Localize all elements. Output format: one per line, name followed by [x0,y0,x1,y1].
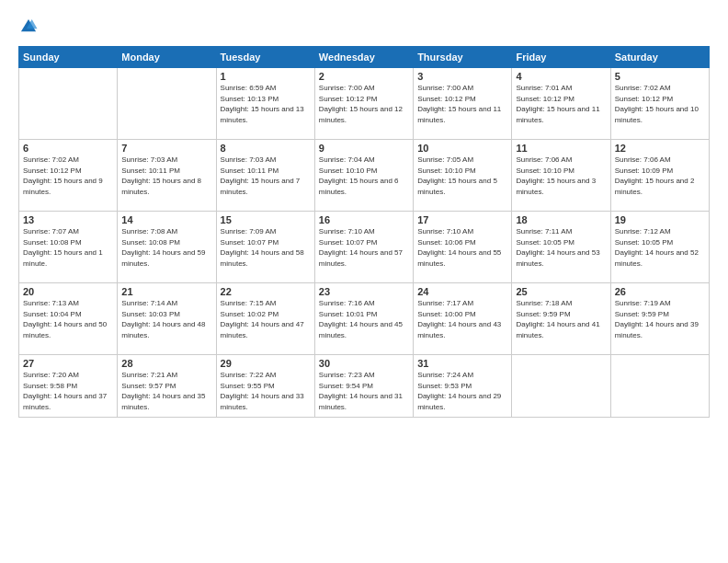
day-cell: 12Sunrise: 7:06 AMSunset: 10:09 PMDaylig… [610,140,709,212]
day-cell: 23Sunrise: 7:16 AMSunset: 10:01 PMDaylig… [314,283,413,355]
day-info: Sunrise: 7:18 AMSunset: 9:59 PMDaylight:… [516,298,606,340]
header-row: SundayMondayTuesdayWednesdayThursdayFrid… [19,47,710,68]
day-number: 13 [23,214,113,225]
day-info: Sunrise: 7:22 AMSunset: 9:55 PMDaylight:… [221,370,311,412]
day-number: 29 [221,358,311,369]
day-cell: 3Sunrise: 7:00 AMSunset: 10:12 PMDayligh… [414,68,512,140]
day-cell: 19Sunrise: 7:12 AMSunset: 10:05 PMDaylig… [610,212,709,283]
day-info: Sunrise: 7:09 AMSunset: 10:07 PMDaylight… [221,226,311,269]
calendar-table: SundayMondayTuesdayWednesdayThursdayFrid… [18,46,710,418]
day-number: 24 [417,286,507,297]
day-info: Sunrise: 7:01 AMSunset: 10:12 PMDaylight… [516,83,606,125]
day-number: 18 [516,214,606,225]
day-info: Sunrise: 7:03 AMSunset: 10:11 PMDaylight… [121,155,211,197]
day-cell: 18Sunrise: 7:11 AMSunset: 10:05 PMDaylig… [512,212,610,283]
day-cell: 29Sunrise: 7:22 AMSunset: 9:55 PMDayligh… [216,355,314,418]
day-cell: 14Sunrise: 7:08 AMSunset: 10:08 PMDaylig… [118,212,216,283]
day-cell: 6Sunrise: 7:02 AMSunset: 10:12 PMDayligh… [19,140,118,212]
day-number: 16 [319,214,409,225]
day-cell: 4Sunrise: 7:01 AMSunset: 10:12 PMDayligh… [512,68,610,140]
day-number: 7 [121,143,211,154]
day-info: Sunrise: 7:16 AMSunset: 10:01 PMDaylight… [319,298,409,340]
day-cell: 1Sunrise: 6:59 AMSunset: 10:13 PMDayligh… [216,68,314,140]
day-number: 12 [615,143,705,154]
day-number: 22 [221,286,311,297]
col-header-monday: Monday [118,47,216,68]
day-info: Sunrise: 7:07 AMSunset: 10:08 PMDaylight… [23,226,113,269]
day-info: Sunrise: 7:20 AMSunset: 9:58 PMDaylight:… [23,370,113,412]
day-number: 17 [417,214,507,225]
day-info: Sunrise: 7:21 AMSunset: 9:57 PMDaylight:… [121,370,211,412]
day-cell [118,68,216,140]
day-number: 20 [23,286,113,297]
day-cell: 5Sunrise: 7:02 AMSunset: 10:12 PMDayligh… [610,68,709,140]
day-info: Sunrise: 7:05 AMSunset: 10:10 PMDaylight… [417,155,507,197]
day-info: Sunrise: 7:19 AMSunset: 9:59 PMDaylight:… [615,298,705,340]
day-number: 26 [615,286,705,297]
day-number: 30 [319,358,409,369]
week-row-4: 20Sunrise: 7:13 AMSunset: 10:04 PMDaylig… [19,283,710,355]
day-cell: 8Sunrise: 7:03 AMSunset: 10:11 PMDayligh… [216,140,314,212]
day-number: 10 [417,143,507,154]
day-number: 4 [516,71,606,82]
day-info: Sunrise: 7:06 AMSunset: 10:10 PMDaylight… [516,155,606,197]
week-row-5: 27Sunrise: 7:20 AMSunset: 9:58 PMDayligh… [19,355,710,418]
day-cell: 7Sunrise: 7:03 AMSunset: 10:11 PMDayligh… [118,140,216,212]
col-header-wednesday: Wednesday [314,47,413,68]
week-row-3: 13Sunrise: 7:07 AMSunset: 10:08 PMDaylig… [19,212,710,283]
day-number: 11 [516,143,606,154]
day-info: Sunrise: 7:00 AMSunset: 10:12 PMDaylight… [417,83,507,125]
day-info: Sunrise: 7:03 AMSunset: 10:11 PMDaylight… [221,155,311,197]
day-number: 1 [221,71,311,82]
day-cell: 15Sunrise: 7:09 AMSunset: 10:07 PMDaylig… [216,212,314,283]
col-header-saturday: Saturday [610,47,709,68]
day-cell: 24Sunrise: 7:17 AMSunset: 10:00 PMDaylig… [414,283,512,355]
header [18,17,710,37]
day-info: Sunrise: 7:04 AMSunset: 10:10 PMDaylight… [319,155,409,197]
day-cell: 9Sunrise: 7:04 AMSunset: 10:10 PMDayligh… [314,140,413,212]
day-cell: 25Sunrise: 7:18 AMSunset: 9:59 PMDayligh… [512,283,610,355]
day-number: 27 [23,358,113,369]
day-cell: 20Sunrise: 7:13 AMSunset: 10:04 PMDaylig… [19,283,118,355]
day-cell: 2Sunrise: 7:00 AMSunset: 10:12 PMDayligh… [314,68,413,140]
day-info: Sunrise: 7:14 AMSunset: 10:03 PMDaylight… [121,298,211,340]
day-info: Sunrise: 6:59 AMSunset: 10:13 PMDaylight… [221,83,311,125]
day-info: Sunrise: 7:06 AMSunset: 10:09 PMDaylight… [615,155,705,197]
day-number: 5 [615,71,705,82]
day-cell: 30Sunrise: 7:23 AMSunset: 9:54 PMDayligh… [314,355,413,418]
day-number: 2 [319,71,409,82]
day-cell: 17Sunrise: 7:10 AMSunset: 10:06 PMDaylig… [414,212,512,283]
col-header-sunday: Sunday [19,47,118,68]
day-cell: 22Sunrise: 7:15 AMSunset: 10:02 PMDaylig… [216,283,314,355]
day-info: Sunrise: 7:23 AMSunset: 9:54 PMDaylight:… [319,370,409,412]
day-number: 6 [23,143,113,154]
day-info: Sunrise: 7:12 AMSunset: 10:05 PMDaylight… [615,226,705,269]
day-number: 21 [121,286,211,297]
day-info: Sunrise: 7:15 AMSunset: 10:02 PMDaylight… [221,298,311,340]
day-cell: 10Sunrise: 7:05 AMSunset: 10:10 PMDaylig… [414,140,512,212]
day-number: 23 [319,286,409,297]
day-cell: 31Sunrise: 7:24 AMSunset: 9:53 PMDayligh… [414,355,512,418]
day-number: 9 [319,143,409,154]
day-number: 31 [417,358,507,369]
day-cell: 26Sunrise: 7:19 AMSunset: 9:59 PMDayligh… [610,283,709,355]
day-cell: 13Sunrise: 7:07 AMSunset: 10:08 PMDaylig… [19,212,118,283]
week-row-2: 6Sunrise: 7:02 AMSunset: 10:12 PMDayligh… [19,140,710,212]
day-info: Sunrise: 7:11 AMSunset: 10:05 PMDaylight… [516,226,606,269]
day-info: Sunrise: 7:24 AMSunset: 9:53 PMDaylight:… [417,370,507,412]
day-number: 3 [417,71,507,82]
day-info: Sunrise: 7:02 AMSunset: 10:12 PMDaylight… [23,155,113,197]
logo-icon [18,17,39,37]
day-cell: 27Sunrise: 7:20 AMSunset: 9:58 PMDayligh… [19,355,118,418]
day-number: 8 [221,143,311,154]
day-number: 14 [121,214,211,225]
day-cell [512,355,610,418]
day-info: Sunrise: 7:02 AMSunset: 10:12 PMDaylight… [615,83,705,125]
col-header-tuesday: Tuesday [216,47,314,68]
col-header-thursday: Thursday [414,47,512,68]
day-info: Sunrise: 7:17 AMSunset: 10:00 PMDaylight… [417,298,507,340]
day-cell: 11Sunrise: 7:06 AMSunset: 10:10 PMDaylig… [512,140,610,212]
day-info: Sunrise: 7:10 AMSunset: 10:07 PMDaylight… [319,226,409,269]
day-number: 25 [516,286,606,297]
day-number: 15 [221,214,311,225]
